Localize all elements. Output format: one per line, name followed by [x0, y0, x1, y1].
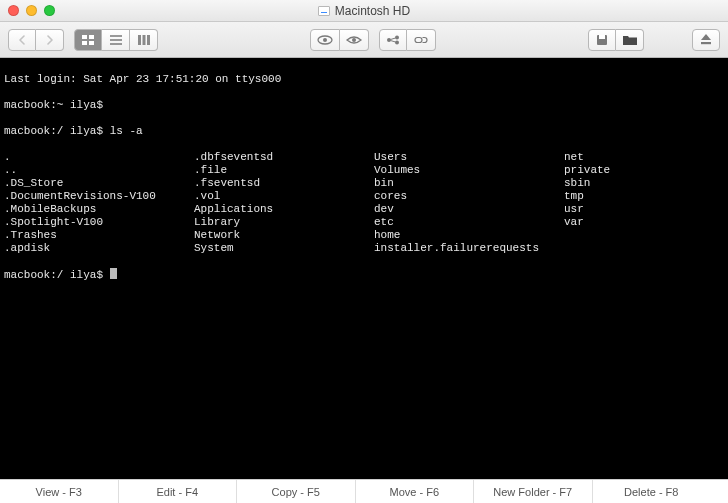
quicklook-button[interactable]: [310, 29, 340, 51]
listing-cell: .vol: [194, 190, 374, 203]
listing-cell: Users: [374, 151, 564, 164]
listing-row: ..dbfseventsdUsersnet: [4, 151, 724, 164]
listing-cell: ..: [4, 164, 194, 177]
toolbar: [0, 22, 728, 58]
zoom-window-button[interactable]: [44, 5, 55, 16]
prompt-prefix: macbook:/ ilya$: [4, 125, 110, 137]
listing-cell: var: [564, 216, 724, 229]
listing-row: .MobileBackupsApplicationsdevusr: [4, 203, 724, 216]
listing-cell: installer.failurerequests: [374, 242, 564, 255]
svg-rect-8: [142, 35, 145, 45]
terminal-line-prompt2: macbook:/ ilya$ ls -a: [4, 125, 724, 138]
listing-cell: private: [564, 164, 724, 177]
listing-row: .apdiskSysteminstaller.failurerequests: [4, 242, 724, 255]
right-buttons-1: [588, 29, 644, 51]
svg-rect-20: [701, 42, 711, 44]
listing-cell: dev: [374, 203, 564, 216]
window-titlebar: Macintosh HD: [0, 0, 728, 22]
listing-cell: etc: [374, 216, 564, 229]
view-switcher: [74, 29, 158, 51]
bottom-copy[interactable]: Copy - F5: [237, 480, 356, 503]
svg-rect-2: [82, 41, 87, 45]
eject-button[interactable]: [692, 29, 720, 51]
terminal-line-prompt3: macbook:/ ilya$: [4, 268, 724, 282]
window-title: Macintosh HD: [335, 4, 410, 18]
listing-cell: [564, 242, 724, 255]
listing-cell: sbin: [564, 177, 724, 190]
svg-point-14: [395, 35, 399, 39]
listing-cell: .DocumentRevisions-V100: [4, 190, 194, 203]
svg-rect-0: [82, 35, 87, 39]
nav-buttons: [8, 29, 64, 51]
listing-cell: .file: [194, 164, 374, 177]
listing-cell: .Spotlight-V100: [4, 216, 194, 229]
listing-cell: Library: [194, 216, 374, 229]
svg-rect-9: [147, 35, 150, 45]
listing-cell: [564, 229, 724, 242]
bottom-new-folder[interactable]: New Folder - F7: [474, 480, 593, 503]
listing-cell: .MobileBackups: [4, 203, 194, 216]
preview-button[interactable]: [340, 29, 369, 51]
view-list-button[interactable]: [102, 29, 130, 51]
svg-rect-7: [138, 35, 141, 45]
bottom-delete[interactable]: Delete - F8: [593, 480, 729, 503]
bottom-view[interactable]: View - F3: [0, 480, 119, 503]
listing-cell: Volumes: [374, 164, 564, 177]
listing-cell: cores: [374, 190, 564, 203]
listing-cell: net: [564, 151, 724, 164]
svg-line-16: [391, 38, 396, 40]
svg-rect-3: [89, 41, 94, 45]
bottom-edit[interactable]: Edit - F4: [119, 480, 238, 503]
back-button[interactable]: [8, 29, 36, 51]
close-window-button[interactable]: [8, 5, 19, 16]
disk-button[interactable]: [588, 29, 616, 51]
bottom-action-bar: View - F3 Edit - F4 Copy - F5 Move - F6 …: [0, 479, 728, 503]
view-icon-button[interactable]: [74, 29, 102, 51]
listing-row: ...fileVolumesprivate: [4, 164, 724, 177]
center-buttons-2: [379, 29, 436, 51]
listing-cell: .Trashes: [4, 229, 194, 242]
listing-cell: .fseventsd: [194, 177, 374, 190]
traffic-lights: [8, 5, 55, 16]
listing-cell: .dbfseventsd: [194, 151, 374, 164]
listing-cell: Network: [194, 229, 374, 242]
bottom-move[interactable]: Move - F6: [356, 480, 475, 503]
view-column-button[interactable]: [130, 29, 158, 51]
forward-button[interactable]: [36, 29, 64, 51]
listing-cell: .apdisk: [4, 242, 194, 255]
prompt-command: ls -a: [110, 125, 143, 137]
listing-row: .DS_Store.fseventsdbinsbin: [4, 177, 724, 190]
terminal-listing: ..dbfseventsdUsersnet...fileVolumespriva…: [4, 151, 724, 255]
share-button[interactable]: [379, 29, 407, 51]
svg-point-13: [387, 38, 391, 42]
folder-button[interactable]: [616, 29, 644, 51]
terminal-line-lastlogin: Last login: Sat Apr 23 17:51:20 on ttys0…: [4, 73, 724, 86]
prompt-prefix-3: macbook:/ ilya$: [4, 269, 110, 281]
listing-cell: home: [374, 229, 564, 242]
svg-point-12: [352, 38, 356, 42]
listing-cell: .DS_Store: [4, 177, 194, 190]
terminal-line-prompt1: macbook:~ ilya$: [4, 99, 724, 112]
listing-cell: bin: [374, 177, 564, 190]
svg-rect-1: [89, 35, 94, 39]
listing-row: .DocumentRevisions-V100.volcorestmp: [4, 190, 724, 203]
listing-cell: System: [194, 242, 374, 255]
svg-line-17: [391, 40, 396, 42]
minimize-window-button[interactable]: [26, 5, 37, 16]
cursor-block: [110, 268, 117, 279]
listing-row: .Spotlight-V100Libraryetcvar: [4, 216, 724, 229]
svg-point-15: [395, 40, 399, 44]
listing-cell: Applications: [194, 203, 374, 216]
terminal-pane[interactable]: Last login: Sat Apr 23 17:51:20 on ttys0…: [0, 58, 728, 479]
center-buttons-1: [310, 29, 369, 51]
listing-cell: .: [4, 151, 194, 164]
volume-icon: [318, 6, 330, 16]
listing-row: .TrashesNetworkhome: [4, 229, 724, 242]
listing-cell: usr: [564, 203, 724, 216]
listing-cell: tmp: [564, 190, 724, 203]
link-button[interactable]: [407, 29, 436, 51]
svg-point-11: [323, 38, 327, 42]
svg-rect-19: [599, 35, 605, 39]
